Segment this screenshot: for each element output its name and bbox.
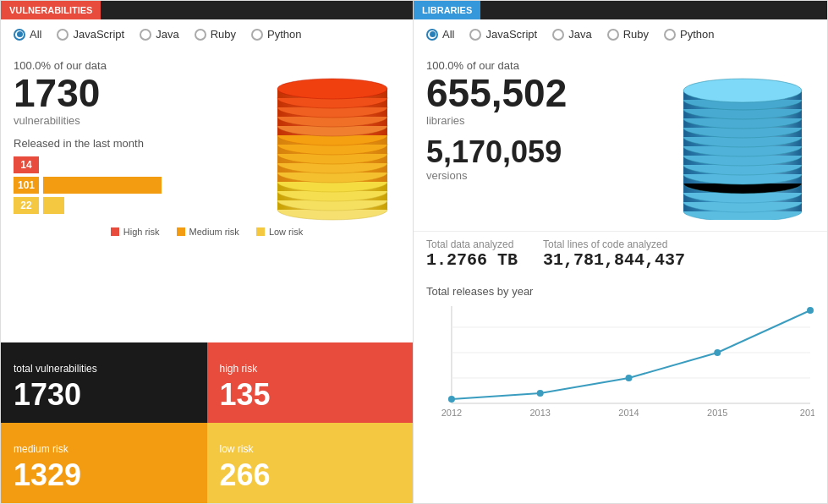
high-risk-stat-label: high risk: [220, 363, 401, 375]
medium-risk-stat-number: 1329: [14, 457, 195, 493]
total-data-label: Total data analyzed: [426, 238, 518, 250]
svg-point-53: [683, 79, 802, 102]
svg-text:2012: 2012: [441, 408, 462, 418]
chart-section: Total releases by year 2012: [414, 277, 827, 503]
svg-point-59: [448, 396, 455, 403]
lib-cylinder: [671, 59, 814, 220]
medium-risk-stat-label: medium risk: [14, 443, 195, 455]
libraries-title: LIBRARIES: [414, 1, 480, 19]
vulnerabilities-panel: VULNERABILITIES All JavaScript Java Ruby…: [0, 0, 414, 504]
total-vuln-number: 1730: [14, 377, 195, 413]
medium-risk-badge: 101: [14, 177, 39, 194]
lib-label: libraries: [426, 114, 671, 127]
low-risk-badge: 22: [14, 197, 39, 214]
svg-point-60: [537, 390, 544, 397]
total-vuln-box: total vulnerabilities 1730: [1, 342, 207, 423]
svg-point-26: [277, 79, 387, 99]
high-risk-stat-number: 135: [220, 377, 401, 413]
medium-risk-fill: [43, 177, 162, 194]
filter-javascript[interactable]: JavaScript: [57, 28, 124, 41]
total-lines-label: Total lines of code analyzed: [543, 238, 685, 250]
radio-javascript[interactable]: [57, 29, 69, 41]
lib-data-stats: Total data analyzed 1.2766 TB Total line…: [414, 231, 827, 277]
cylinder-viz: [265, 53, 400, 222]
low-risk-fill: [43, 197, 64, 214]
chart-area: 2012 2013 2014 2015 2016: [426, 302, 814, 429]
medium-risk-legend: Medium risk: [177, 227, 239, 237]
low-risk-legend: Low risk: [256, 227, 303, 237]
vulnerabilities-title: VULNERABILITIES: [1, 1, 101, 19]
chart-title: Total releases by year: [426, 285, 814, 298]
lib-radio-javascript[interactable]: [469, 29, 481, 41]
high-risk-box: high risk 135: [207, 342, 414, 423]
total-vuln-label: total vulnerabilities: [14, 363, 195, 375]
svg-point-62: [714, 349, 721, 356]
libraries-filter-row: All JavaScript Java Ruby Python: [414, 19, 827, 49]
total-data-value: 1.2766 TB: [426, 250, 518, 270]
lib-main-stats: 100.0% of our data 655,502 libraries 5,1…: [426, 59, 671, 220]
radio-all[interactable]: [14, 29, 25, 41]
libraries-header-bar: [480, 1, 827, 19]
lib-versions-count: 5,170,059: [426, 137, 671, 167]
radio-python[interactable]: [251, 29, 263, 41]
medium-risk-dot: [177, 227, 185, 236]
lib-percent: 100.0% of our data: [426, 59, 671, 72]
low-risk-stat-label: low risk: [220, 443, 401, 455]
svg-text:2014: 2014: [618, 408, 639, 418]
lib-filter-python[interactable]: Python: [664, 28, 714, 41]
lib-versions-label: versions: [426, 169, 671, 182]
medium-risk-box: medium risk 1329: [1, 423, 207, 503]
high-risk-badge: 14: [14, 156, 39, 173]
radio-java[interactable]: [140, 29, 151, 41]
lib-radio-python[interactable]: [664, 29, 676, 41]
lib-filter-ruby[interactable]: Ruby: [607, 28, 649, 41]
filter-python[interactable]: Python: [251, 28, 301, 41]
filter-java[interactable]: Java: [140, 28, 178, 41]
libraries-body: 100.0% of our data 655,502 libraries 5,1…: [414, 49, 827, 224]
lib-radio-ruby[interactable]: [607, 29, 619, 41]
vuln-stats-grid: total vulnerabilities 1730 high risk 135…: [1, 342, 413, 503]
svg-text:2015: 2015: [707, 408, 727, 418]
total-data-stat: Total data analyzed 1.2766 TB: [426, 238, 518, 270]
lib-radio-all[interactable]: [426, 29, 438, 41]
svg-text:2016: 2016: [800, 408, 814, 418]
lib-radio-java[interactable]: [552, 29, 564, 41]
high-risk-legend: High risk: [111, 227, 160, 237]
total-lines-value: 31,781,844,437: [543, 250, 685, 270]
vulnerabilities-header: VULNERABILITIES: [1, 1, 413, 19]
radio-ruby[interactable]: [195, 29, 206, 41]
total-lines-stat: Total lines of code analyzed 31,781,844,…: [543, 238, 685, 270]
lib-count: 655,502: [426, 74, 671, 112]
vulnerabilities-filter-row: All JavaScript Java Ruby Python: [1, 19, 413, 49]
low-risk-stat-number: 266: [220, 457, 401, 493]
libraries-header: LIBRARIES: [414, 1, 827, 19]
svg-point-61: [625, 375, 632, 381]
svg-point-63: [807, 307, 814, 314]
libraries-panel: LIBRARIES All JavaScript Java Ruby Pytho…: [414, 0, 828, 504]
risk-legend: High risk Medium risk Low risk: [14, 222, 400, 245]
low-risk-dot: [256, 227, 265, 236]
svg-text:2013: 2013: [530, 408, 551, 418]
low-risk-box: low risk 266: [207, 423, 414, 503]
high-risk-dot: [111, 227, 119, 236]
vulnerabilities-body: 100.0% of our data 1730 vulnerabilities …: [1, 49, 413, 342]
filter-all[interactable]: All: [14, 28, 41, 41]
lib-filter-java[interactable]: Java: [552, 28, 591, 41]
filter-ruby[interactable]: Ruby: [195, 28, 236, 41]
vulnerabilities-header-bar: [101, 1, 413, 19]
lib-filter-javascript[interactable]: JavaScript: [469, 28, 537, 41]
lib-filter-all[interactable]: All: [426, 28, 454, 41]
